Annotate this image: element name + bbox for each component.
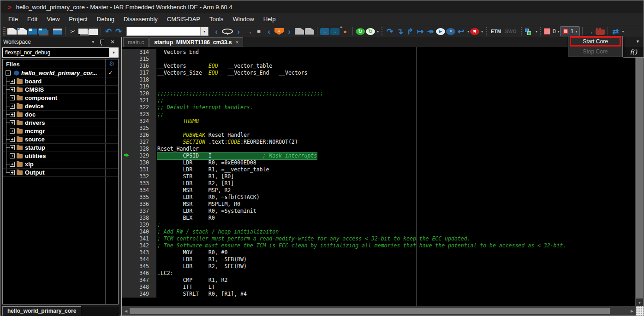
workspace-menu-icon[interactable]: ▾ [89,40,97,44]
step-into-icon[interactable]: ↴ [395,26,405,36]
go-to-icon[interactable]: → [244,26,253,36]
code-line[interactable]: 331 LDR R1, =__vector_table [122,166,636,173]
break-icon[interactable]: ‖ [446,28,455,35]
line-number-gutter[interactable]: 332 [122,173,156,180]
scroll-down-icon[interactable]: ▼ [636,299,644,306]
new-file-icon[interactable]: + [7,28,17,35]
menu-help[interactable]: Help [259,14,280,24]
collapse-box[interactable]: - [6,70,11,76]
expand-box[interactable]: + [10,120,15,125]
line-number-gutter[interactable]: 319 [122,83,156,90]
line-number-gutter[interactable]: 317 [122,70,156,76]
line-number-gutter[interactable]: 343 [122,249,156,256]
code-line[interactable]: 323;; [122,111,636,118]
reset-debug-icon[interactable]: ↩ [456,26,465,36]
tree-row-board[interactable]: +board [3,77,118,86]
tab-startup_MIMXRT1186_cm33.s[interactable]: startup_MIMXRT1186_cm33.s× [149,37,243,47]
code-line[interactable]: 326 PUBWEAK Reset_Handler [122,132,636,139]
debug-without-downloading-icon[interactable]: ↓ [330,28,340,35]
expand-box[interactable]: + [10,129,15,134]
menu-item-start-core[interactable]: Start Core [568,36,622,47]
expand-box[interactable]: + [10,95,15,100]
line-number-gutter[interactable]: 325 [122,125,156,132]
code-line[interactable]: 318 [122,76,636,83]
code-line[interactable]: 341; TCM controller must perform a read-… [122,235,636,242]
code-line[interactable]: 336 MSR MSPLIM, R0 [122,201,636,208]
code-line[interactable]: 314__Vectors_End [122,49,636,56]
step-out-icon[interactable]: ↱ [405,26,415,36]
code-line[interactable]: 344 LDR R1, =SFB(RW) [122,256,636,263]
tree-row-mcmgr[interactable]: +mcmgr [3,127,118,135]
line-number-gutter[interactable]: 322 [122,104,156,111]
menu-view[interactable]: View [42,14,64,24]
menu-tools[interactable]: Tools [205,14,228,24]
line-number-gutter[interactable]: 339 [122,222,156,228]
expand-box[interactable]: + [10,137,15,142]
source-browser-icon[interactable]: ≡ [254,26,263,36]
line-number-gutter[interactable]: 334 [122,187,156,194]
menu-disassembly[interactable]: Disassembly [119,14,162,24]
prev-bookmark-icon[interactable]: ‹ [264,26,274,36]
code-line[interactable]: 342; The Software must ensure the TCM is… [122,242,636,249]
line-number-gutter[interactable]: 338 [122,215,156,222]
tree-row-device[interactable]: +device [3,102,118,111]
vertical-scroll-thumb[interactable] [636,55,643,298]
code-line[interactable]: 337 LDR R0, =SystemInit [122,208,636,215]
line-number-gutter[interactable]: 316 [122,63,156,70]
attach-to-running-target-icon[interactable]: ●≡ [340,26,350,36]
download-and-debug-icon[interactable]: ↓ [320,28,329,35]
line-number-gutter[interactable]: 341 [122,235,156,242]
menu-edit[interactable]: Edit [23,14,42,24]
code-line[interactable]: 340; Add RW / stack / heap initializaito… [122,228,636,235]
scroll-right-icon[interactable]: ▶ [628,309,636,313]
tree-row-doc[interactable]: +doc [3,111,118,119]
line-number-gutter[interactable]: 329 [122,152,156,159]
save-all-icon[interactable] [38,29,47,34]
workspace-close-icon[interactable]: ✕ [107,39,118,45]
line-number-gutter[interactable]: 324 [122,118,156,125]
next-statement-icon[interactable]: ↦ [416,26,425,36]
line-number-gutter[interactable]: 331 [122,166,156,173]
code-line[interactable]: 343 MOV R0, #0 [122,249,636,256]
line-number-gutter[interactable]: 321 [122,97,156,104]
prev-document-icon[interactable]: ‹ [295,28,304,35]
line-number-gutter[interactable]: 318 [122,76,156,83]
multicore-core-1-pressed-button[interactable]: 1▾ [560,26,580,36]
code-line[interactable]: 346.LC2: [122,270,636,277]
tab-close-icon[interactable]: × [235,39,239,46]
line-number-gutter[interactable]: 344 [122,256,156,263]
tree-row-cmsis[interactable]: +CMSIS [3,86,118,94]
line-number-gutter[interactable]: 348 [122,284,156,291]
expand-box[interactable]: + [10,162,15,167]
dropdown-caret-icon[interactable]: ▾ [536,29,537,34]
next-bookmark-icon[interactable]: › [285,26,294,36]
code-line[interactable]: 327 SECTION .text:CODE:REORDER:NOROOT(2) [122,139,636,146]
line-number-gutter[interactable]: 347 [122,277,156,284]
line-number-gutter[interactable]: 330 [122,159,156,166]
dropdown-caret-icon[interactable]: ▾ [481,29,483,34]
code-line[interactable]: 333 LDR R2, [R1] [122,180,636,187]
dropdown-caret-icon[interactable]: ▾ [467,29,469,34]
tree-row-project[interactable]: -hello_world_primary_cor...✓ [3,69,118,77]
line-number-gutter[interactable]: 337 [122,208,156,215]
swo-toggle-button[interactable]: SWO [503,29,519,34]
code-line[interactable]: 324 THUMB [122,118,636,125]
code-line[interactable]: 349 STRLT R0, [R1], #4 [122,291,636,298]
menu-debug[interactable]: Debug [92,14,119,24]
expand-box[interactable]: + [10,87,15,92]
tree-row-xip[interactable]: +xip [3,160,118,169]
step-over-icon[interactable]: ↷ [385,26,394,36]
open-file-icon[interactable]: ↲ [18,28,27,35]
multicore-core-1-icon[interactable]: 1 [563,26,574,36]
code-line[interactable]: 347 CMP R1, R2 [122,277,636,284]
undo-icon[interactable]: ↶ [104,26,113,36]
resize-grip[interactable] [636,306,644,316]
scroll-left-icon[interactable]: ◀ [122,309,130,313]
expand-box[interactable]: + [10,104,15,109]
line-number-gutter[interactable]: 336 [122,201,156,208]
run-to-cursor-icon[interactable]: ↠ [426,26,435,36]
code-line[interactable]: 315 [122,56,636,63]
reset-icon[interactable]: ↻ [356,28,365,35]
line-number-gutter[interactable]: 346 [122,270,156,277]
code-line[interactable]: 322;; Default interrupt handlers. [122,104,636,111]
